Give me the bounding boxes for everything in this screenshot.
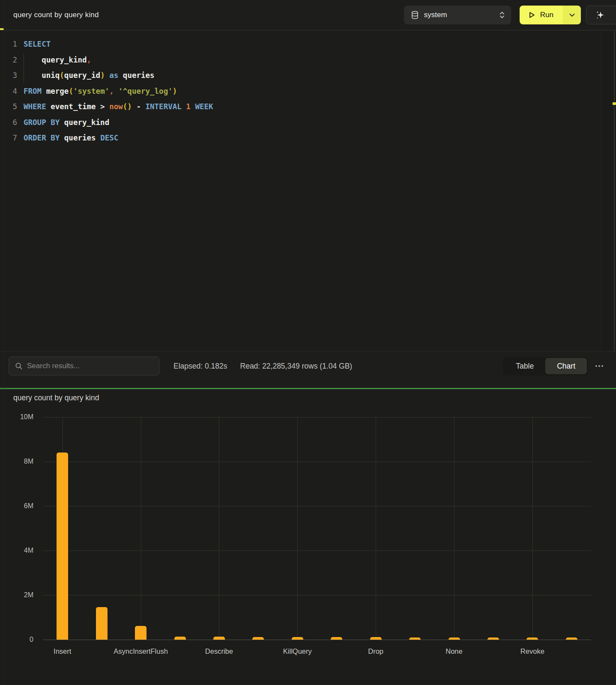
- query-title: query count by query kind: [13, 11, 404, 19]
- line-number: 7: [0, 134, 17, 142]
- x-gridline: [376, 417, 376, 640]
- y-gridline: [43, 595, 591, 596]
- query-toolbar: query count by query kind system: [0, 0, 616, 30]
- line-number: 5: [0, 102, 17, 111]
- chart-title: query count by query kind: [13, 393, 99, 402]
- more-options-button[interactable]: [591, 357, 607, 375]
- code-line: 1SELECT: [0, 36, 616, 52]
- query-console-window: query count by query kind system: [0, 0, 616, 685]
- database-selector-value: system: [424, 11, 494, 19]
- sql-editor[interactable]: 1SELECT2 query_kind,3 uniq(query_id) as …: [0, 30, 616, 351]
- read-stat: Read: 22,285,349 rows (1.04 GB): [240, 357, 353, 375]
- run-button[interactable]: Run: [520, 6, 563, 24]
- code-line: 5WHERE event_time > now() - INTERVAL 1 W…: [0, 99, 616, 115]
- y-axis-tick-label: 6M: [8, 502, 33, 510]
- line-number: 4: [0, 87, 17, 95]
- chevron-updown-icon: [499, 11, 505, 19]
- x-axis-tick-label: Describe: [182, 647, 255, 655]
- chart-bar: [96, 607, 108, 640]
- code-text: query_kind,: [17, 56, 91, 64]
- chart-bar: [135, 626, 147, 640]
- code-line: 4FROM merge('system', '^query_log'): [0, 83, 616, 99]
- y-gridline: [43, 417, 591, 417]
- results-toolbar: Elapsed: 0.182s Read: 22,285,349 rows (1…: [0, 351, 616, 388]
- x-axis-tick-label: Revoke: [496, 647, 569, 655]
- database-icon: [411, 11, 419, 19]
- view-toggle-table[interactable]: Table: [504, 358, 545, 374]
- x-axis-line: [43, 640, 591, 640]
- x-gridline: [454, 417, 455, 640]
- x-axis-tick-label: None: [418, 647, 490, 655]
- line-number: 6: [0, 118, 17, 127]
- line-number: 2: [0, 56, 17, 64]
- line-number: 3: [0, 71, 17, 80]
- ai-assist-button[interactable]: [586, 6, 616, 24]
- code-text: SELECT: [17, 40, 51, 48]
- ellipsis-icon: [595, 365, 604, 367]
- overview-ruler-marker: [613, 102, 616, 105]
- editor-overview-ruler: [614, 30, 615, 351]
- x-axis-tick-label: AsyncInsertFlush: [105, 647, 177, 655]
- panel-edge-line: [3, 0, 4, 685]
- code-text: uniq(query_id) as queries: [17, 71, 155, 80]
- code-line: 3 uniq(query_id) as queries: [0, 68, 616, 83]
- x-gridline: [532, 417, 533, 640]
- code-lines: 1SELECT2 query_kind,3 uniq(query_id) as …: [0, 36, 616, 146]
- x-axis-tick-label: Insert: [26, 647, 99, 655]
- run-button-label: Run: [540, 11, 553, 19]
- x-axis-tick-label: KillQuery: [261, 647, 334, 655]
- y-axis-tick-label: 4M: [8, 547, 33, 554]
- y-gridline: [43, 462, 591, 462]
- y-axis-tick-label: 8M: [8, 458, 33, 465]
- code-line: 2 query_kind,: [0, 52, 616, 68]
- indent-guide: [24, 53, 24, 83]
- search-results-box[interactable]: [9, 357, 159, 375]
- play-icon: [528, 11, 535, 19]
- code-text: ORDER BY queries DESC: [17, 134, 118, 142]
- search-icon: [15, 362, 23, 370]
- y-gridline: [43, 506, 591, 506]
- run-options-button[interactable]: [563, 6, 581, 24]
- x-gridline: [219, 417, 219, 640]
- search-results-input[interactable]: [27, 362, 153, 370]
- y-axis-tick-label: 10M: [8, 413, 33, 421]
- x-axis-tick-label: Drop: [339, 647, 412, 655]
- y-axis-tick-label: 0: [8, 636, 33, 643]
- code-line: 7ORDER BY queries DESC: [0, 130, 616, 146]
- code-text: WHERE event_time > now() - INTERVAL 1 WE…: [17, 102, 213, 111]
- code-text: FROM merge('system', '^query_log'): [17, 87, 177, 95]
- view-toggle: Table Chart: [503, 357, 588, 375]
- chart-panel: query count by query kind 02M4M6M8M10MIn…: [0, 389, 616, 685]
- code-line: 6GROUP BY query_kind: [0, 115, 616, 131]
- chart-bar: [213, 637, 225, 640]
- editor-scroll-gutter[interactable]: [601, 30, 616, 351]
- view-toggle-chart[interactable]: Chart: [545, 358, 587, 374]
- y-gridline: [43, 551, 591, 551]
- database-selector[interactable]: system: [404, 6, 511, 24]
- sparkle-icon: [595, 10, 605, 20]
- run-split-button: Run: [520, 6, 581, 24]
- elapsed-stat: Elapsed: 0.182s: [173, 357, 227, 375]
- line-number: 1: [0, 40, 17, 48]
- code-text: GROUP BY query_kind: [17, 118, 109, 127]
- y-axis-tick-label: 2M: [8, 591, 33, 599]
- x-gridline: [141, 417, 141, 640]
- chart-bar: [57, 453, 68, 640]
- x-gridline: [297, 417, 298, 640]
- chevron-down-icon: [569, 13, 575, 17]
- chart-bar: [174, 637, 186, 640]
